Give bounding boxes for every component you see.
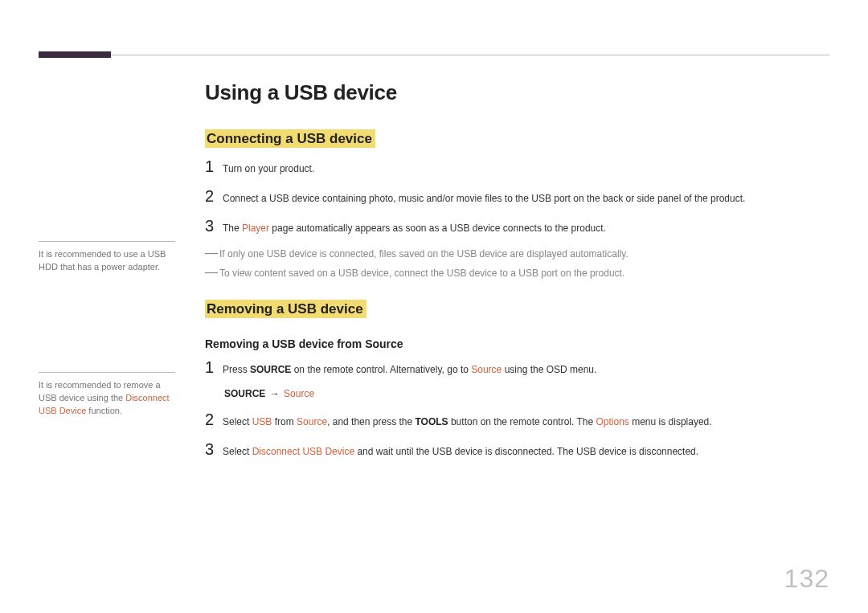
step-number: 3 [205, 217, 223, 235]
nav-path: SOURCE → Source [224, 388, 829, 399]
text-pre: Select [223, 446, 252, 457]
top-accent-bar [39, 51, 111, 58]
step-text: Turn on your product. [223, 158, 314, 176]
text-highlight: Disconnect USB Device [252, 446, 354, 457]
arrow-icon: → [268, 388, 281, 399]
text-mid: on the remote control. Alternatively, go… [291, 364, 471, 375]
text-highlight: USB [252, 416, 272, 427]
text-post: menu is displayed. [629, 416, 712, 427]
step-text: Select Disconnect USB Device and wait un… [223, 441, 698, 459]
text-highlight: Source [297, 416, 327, 427]
dash-note-2: ― To view content saved on a USB device,… [205, 266, 829, 280]
text-highlight: Options [596, 416, 629, 427]
removing-step-2: 2 Select USB from Source, and then press… [205, 411, 829, 429]
text-pre: Select [223, 416, 252, 427]
dash-note-text: If only one USB device is connected, fil… [219, 247, 628, 261]
text-post: page automatically appears as soon as a … [269, 223, 606, 234]
text-mid: button on the remote control. The [448, 416, 596, 427]
step-text: Press SOURCE on the remote control. Alte… [223, 359, 596, 377]
dash-note-1: ― If only one USB device is connected, f… [205, 247, 829, 261]
step-number: 1 [205, 358, 223, 377]
top-rule [39, 55, 829, 55]
step-number: 1 [205, 157, 223, 176]
text-pre: Press [223, 364, 250, 375]
connecting-step-3: 3 The Player page automatically appears … [205, 217, 829, 235]
dash-icon: ― [205, 247, 219, 261]
text-bold: SOURCE [250, 364, 291, 375]
connecting-step-1: 1 Turn on your product. [205, 157, 829, 176]
step-number: 3 [205, 440, 223, 459]
page-number: 132 [784, 564, 829, 594]
text-mid: from [272, 416, 297, 427]
step-number: 2 [205, 187, 223, 206]
step-text: Connect a USB device containing photo, m… [223, 188, 745, 206]
sidebar-note-1-text: It is recommended to use a USB HDD that … [39, 249, 166, 272]
text-highlight: Source [471, 364, 502, 375]
sidebar-note-1: It is recommended to use a USB HDD that … [39, 241, 175, 274]
subheading-removing: Removing a USB device from Source [205, 337, 829, 350]
heading-connecting: Connecting a USB device [205, 129, 375, 148]
sidebar-note-2-post: function. [86, 406, 122, 415]
heading-removing: Removing a USB device [205, 300, 366, 318]
page-title: Using a USB device [205, 80, 829, 105]
text-highlight: Player [242, 223, 269, 234]
path-source-bold: SOURCE [224, 388, 265, 399]
main-content: Using a USB device Connecting a USB devi… [205, 80, 829, 470]
step-text: The Player page automatically appears as… [223, 218, 606, 235]
section-removing: Removing a USB device Removing a USB dev… [205, 295, 829, 459]
text-post: and wait until the USB device is disconn… [354, 446, 698, 457]
step-text: Select USB from Source, and then press t… [223, 411, 712, 429]
path-source-highlight: Source [284, 388, 314, 399]
text-pre: The [223, 223, 242, 234]
dash-note-text: To view content saved on a USB device, c… [219, 266, 624, 280]
text-post: using the OSD menu. [502, 364, 596, 375]
document-page: It is recommended to use a USB HDD that … [0, 0, 868, 613]
dash-icon: ― [205, 266, 219, 280]
step-number: 2 [205, 411, 223, 429]
text-bold: TOOLS [415, 416, 448, 427]
text-mid: , and then press the [327, 416, 415, 427]
connecting-step-2: 2 Connect a USB device containing photo,… [205, 187, 829, 206]
sidebar-note-2: It is recommended to remove a USB device… [39, 372, 175, 418]
removing-step-3: 3 Select Disconnect USB Device and wait … [205, 440, 829, 459]
removing-step-1: 1 Press SOURCE on the remote control. Al… [205, 358, 829, 377]
